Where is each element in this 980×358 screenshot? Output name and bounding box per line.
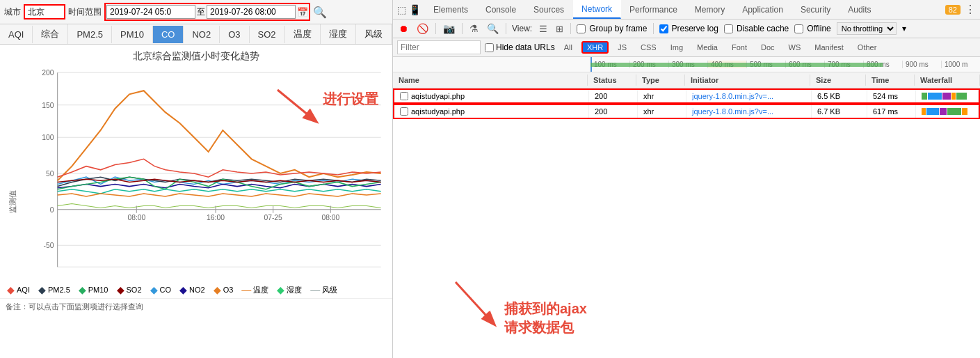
header-initiator: Initiator xyxy=(685,75,810,86)
devtools-icons: ⬚ 📱 xyxy=(393,4,425,15)
header-time: Time xyxy=(866,75,915,86)
search-button[interactable]: 🔍 xyxy=(485,22,500,36)
tab-o3[interactable]: O3 xyxy=(220,26,249,43)
row2-initiator: jquery-1.8.0.min.js?v=... xyxy=(686,105,812,118)
tab-co[interactable]: CO xyxy=(153,26,184,43)
filter-js-btn[interactable]: JS xyxy=(613,42,632,53)
tab-temperature[interactable]: 温度 xyxy=(285,24,321,44)
filter-doc-btn[interactable]: Doc xyxy=(756,42,780,53)
table-header: Name Status Type Initiator Size Time Wat… xyxy=(393,72,980,88)
svg-text:150: 150 xyxy=(42,102,54,109)
tab-audits[interactable]: Audits xyxy=(840,0,880,19)
network-toolbar: ⏺ 🚫 📷 ⚗ 🔍 View: ☰ ⊞ Group by frame Prese… xyxy=(393,20,980,38)
tab-no2[interactable]: NO2 xyxy=(184,26,220,43)
svg-text:07-25: 07-25 xyxy=(264,214,282,221)
tab-network[interactable]: Network xyxy=(573,0,621,19)
tab-so2[interactable]: SO2 xyxy=(250,26,285,43)
view-grid-button[interactable]: ⊞ xyxy=(554,22,565,36)
preserve-log-label: Preserve log xyxy=(659,24,718,33)
legend-wind: — 风级 xyxy=(310,284,337,295)
filter-ws-btn[interactable]: WS xyxy=(784,42,806,53)
calendar-icon[interactable]: 📅 xyxy=(297,7,308,17)
time-start-input[interactable] xyxy=(106,5,195,19)
row2-size: 6.7 KB xyxy=(812,105,867,118)
tab-console[interactable]: Console xyxy=(477,0,525,19)
row2-checkbox[interactable] xyxy=(400,107,408,116)
svg-text:100: 100 xyxy=(42,134,54,141)
tab-sources[interactable]: Sources xyxy=(525,0,573,19)
row1-size: 6.5 KB xyxy=(812,90,867,102)
svg-text:50: 50 xyxy=(46,170,54,178)
row2-type: xhr xyxy=(638,105,686,118)
header-name: Name xyxy=(393,75,588,86)
right-annotation: 捕获到的ajax请求数据包 xyxy=(449,279,587,337)
warning-badge: 82 xyxy=(945,5,961,15)
throttling-dropdown-icon[interactable]: ▾ xyxy=(902,24,906,33)
table-row[interactable]: aqistudyapi.php 200 xhr jquery-1.8.0.min… xyxy=(393,88,980,104)
group-by-frame-checkbox[interactable] xyxy=(577,24,586,33)
row1-checkbox[interactable] xyxy=(400,92,408,100)
filter-manifest-btn[interactable]: Manifest xyxy=(810,42,849,53)
filter-xhr-btn[interactable]: XHR xyxy=(581,41,609,54)
filter-input[interactable] xyxy=(397,40,481,54)
tab-security[interactable]: Security xyxy=(792,0,840,19)
right-arrow-svg xyxy=(449,279,504,334)
svg-line-24 xyxy=(278,90,316,121)
tab-application[interactable]: Application xyxy=(734,0,792,19)
chart-area: 北京综合监测值小时变化趋势 监测值 200 150 100 50 0 -50 xyxy=(0,45,392,358)
time-separator: 至 xyxy=(197,6,205,18)
tab-pm25[interactable]: PM2.5 xyxy=(68,26,112,43)
throttling-select[interactable]: No throttling xyxy=(837,22,897,35)
filter-css-btn[interactable]: CSS xyxy=(636,42,661,53)
tab-pm10[interactable]: PM10 xyxy=(112,26,153,43)
camera-button[interactable]: 📷 xyxy=(442,22,456,36)
header-status: Status xyxy=(588,75,636,86)
offline-label: Offline xyxy=(794,24,830,33)
row2-status: 200 xyxy=(589,105,638,118)
filter-img-btn[interactable]: Img xyxy=(666,42,688,53)
filter-other-btn[interactable]: Other xyxy=(853,42,882,53)
time-end-input[interactable] xyxy=(207,5,296,19)
separator-4 xyxy=(570,23,571,34)
legend-humidity: ◆ 湿度 xyxy=(277,284,302,295)
row1-status: 200 xyxy=(589,90,638,102)
table-row[interactable]: aqistudyapi.php 200 xhr jquery-1.8.0.min… xyxy=(393,104,980,119)
tab-humidity[interactable]: 湿度 xyxy=(321,24,356,44)
more-options-icon[interactable]: ⋮ xyxy=(961,3,980,16)
svg-line-26 xyxy=(456,282,494,324)
tab-memory[interactable]: Memory xyxy=(686,0,734,19)
tab-comprehensive[interactable]: 综合 xyxy=(33,24,68,44)
tab-elements[interactable]: Elements xyxy=(425,0,477,19)
filter-all-btn[interactable]: All xyxy=(559,42,577,53)
search-icon[interactable]: 🔍 xyxy=(313,6,327,19)
tab-wind[interactable]: 风级 xyxy=(356,24,392,44)
arrow-svg xyxy=(274,86,323,128)
legend-no2: ◆ NO2 xyxy=(179,284,205,295)
preserve-log-checkbox[interactable] xyxy=(659,24,668,33)
filter-media-btn[interactable]: Media xyxy=(692,42,723,53)
city-input[interactable] xyxy=(24,4,65,20)
svg-text:08:00: 08:00 xyxy=(127,214,145,221)
devtools-panel: ⬚ 📱 Elements Console Sources Network Per… xyxy=(393,0,980,358)
svg-text:200: 200 xyxy=(42,69,54,77)
legend-o3: ◆ O3 xyxy=(214,284,234,295)
inspect-icon[interactable]: ⬚ xyxy=(397,4,406,15)
svg-text:08:00: 08:00 xyxy=(321,214,339,221)
hide-data-urls-checkbox[interactable] xyxy=(485,43,494,52)
clear-button[interactable]: 🚫 xyxy=(415,22,430,36)
filter-font-btn[interactable]: Font xyxy=(727,42,752,53)
chart-title: 北京综合监测值小时变化趋势 xyxy=(0,45,392,65)
filter-button[interactable]: ⚗ xyxy=(468,22,480,36)
device-icon[interactable]: 📱 xyxy=(409,4,421,15)
group-by-frame-label: Group by frame xyxy=(577,24,647,33)
disable-cache-label: Disable cache xyxy=(724,24,789,33)
offline-checkbox[interactable] xyxy=(794,24,803,33)
view-list-button[interactable]: ☰ xyxy=(538,22,549,36)
view-label: View: xyxy=(512,24,532,33)
tab-aqi[interactable]: AQI xyxy=(0,26,33,43)
header-type: Type xyxy=(636,75,685,86)
row1-initiator: jquery-1.8.0.min.js?v=... xyxy=(686,90,812,102)
record-button[interactable]: ⏺ xyxy=(397,22,410,36)
disable-cache-checkbox[interactable] xyxy=(724,24,733,33)
tab-performance[interactable]: Performance xyxy=(621,0,686,19)
